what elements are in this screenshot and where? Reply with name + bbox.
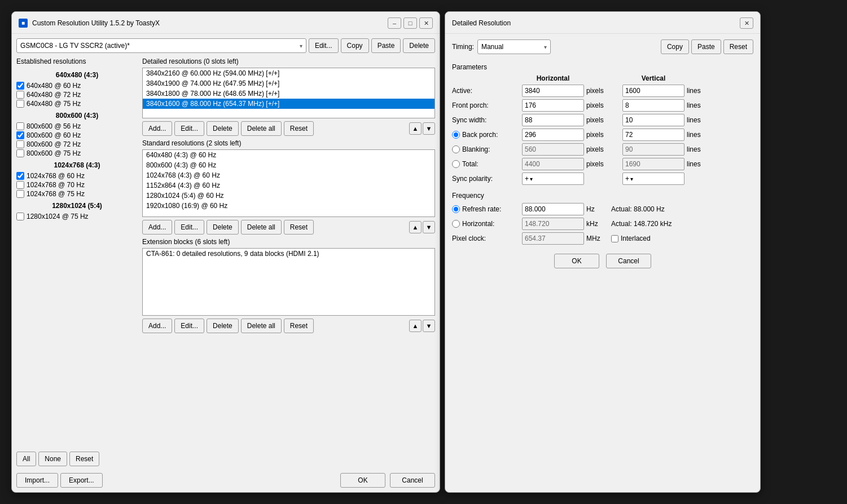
param-v-input[interactable]	[622, 85, 684, 97]
main-ok-button[interactable]: OK	[340, 473, 385, 488]
copy-button[interactable]: Copy	[341, 38, 369, 53]
none-button[interactable]: None	[38, 452, 67, 466]
main-cancel-button[interactable]: Cancel	[390, 473, 435, 488]
list-item[interactable]: 1920x1080 (16:9) @ 60 Hz	[143, 201, 435, 211]
standard-edit-button[interactable]: Edit...	[174, 220, 204, 235]
detail-cancel-button[interactable]: Cancel	[606, 254, 651, 268]
extension-add-button[interactable]: Add...	[142, 319, 172, 333]
close-button[interactable]: ✕	[419, 17, 433, 29]
detailed-edit-button[interactable]: Edit...	[174, 121, 204, 136]
established-item[interactable]: 1024x768 @ 70 Hz	[16, 180, 138, 189]
standard-delete-all-button[interactable]: Delete all	[241, 220, 282, 235]
standard-down-button[interactable]: ▼	[423, 221, 435, 233]
extension-edit-button[interactable]: Edit...	[174, 319, 204, 333]
all-button[interactable]: All	[16, 452, 36, 466]
established-checkbox[interactable]	[16, 149, 24, 157]
established-item[interactable]: 1024x768 @ 60 Hz	[16, 171, 138, 180]
extension-reset-button[interactable]: Reset	[284, 319, 314, 333]
established-item[interactable]: 800x600 @ 72 Hz	[16, 140, 138, 149]
list-item[interactable]: 1024x768 (4:3) @ 60 Hz	[143, 170, 435, 180]
timing-combo[interactable]: Manual ▾	[477, 39, 551, 54]
detailed-listbox[interactable]: 3840x2160 @ 60.000 Hz (594.00 MHz) [+/+]…	[142, 68, 435, 118]
standard-listbox[interactable]: 640x480 (4:3) @ 60 Hz800x600 (4:3) @ 60 …	[142, 149, 435, 217]
param-v-input[interactable]	[622, 129, 684, 141]
minimize-button[interactable]: –	[388, 17, 401, 29]
established-checkbox[interactable]	[16, 131, 24, 139]
export-button[interactable]: Export...	[60, 473, 103, 488]
established-checkbox[interactable]	[16, 122, 24, 130]
extension-down-button[interactable]: ▼	[423, 320, 435, 332]
standard-reset-button[interactable]: Reset	[284, 220, 314, 235]
established-checkbox[interactable]	[16, 190, 24, 198]
freq-radio-button[interactable]	[452, 220, 460, 228]
paste-button[interactable]: Paste	[371, 38, 401, 53]
detailed-up-button[interactable]: ▲	[409, 122, 422, 135]
detailed-add-button[interactable]: Add...	[142, 121, 172, 136]
freq-radio-button[interactable]	[452, 205, 460, 213]
param-h-input[interactable]	[522, 99, 584, 112]
list-item[interactable]: 3840x2160 @ 60.000 Hz (594.00 MHz) [+/+]	[143, 68, 435, 78]
param-v-input[interactable]	[622, 114, 684, 126]
detailed-down-button[interactable]: ▼	[423, 122, 435, 135]
monitor-combo[interactable]: GSMC0C8 - LG TV SSCR2 (active)* ▾	[16, 38, 306, 53]
freq-input[interactable]	[522, 203, 584, 215]
established-item[interactable]: 800x600 @ 56 Hz	[16, 122, 138, 131]
delete-button[interactable]: Delete	[403, 38, 435, 53]
detail-ok-button[interactable]: OK	[554, 254, 599, 268]
standard-up-button[interactable]: ▲	[409, 221, 422, 233]
established-item[interactable]: 800x600 @ 60 Hz	[16, 131, 138, 140]
list-item[interactable]: 3840x1800 @ 78.000 Hz (648.65 MHz) [+/+]	[143, 89, 435, 99]
established-checkbox[interactable]	[16, 213, 24, 220]
list-item[interactable]: 3840x1600 @ 88.000 Hz (654.37 MHz) [+/+]	[143, 99, 435, 109]
param-h-input[interactable]	[522, 114, 584, 126]
established-item[interactable]: 640x480 @ 60 Hz	[16, 81, 138, 90]
list-item[interactable]: CTA-861: 0 detailed resolutions, 9 data …	[143, 249, 435, 259]
param-h-input[interactable]	[522, 85, 584, 97]
param-radio-button[interactable]	[452, 160, 460, 168]
freq-unit: MHz	[586, 235, 609, 242]
list-item[interactable]: 1280x1024 (5:4) @ 60 Hz	[143, 191, 435, 201]
list-item[interactable]: 800x600 (4:3) @ 60 Hz	[143, 160, 435, 170]
detail-toolbar: Timing: Manual ▾ Copy Paste Reset	[452, 39, 753, 54]
standard-add-button[interactable]: Add...	[142, 220, 172, 235]
detail-paste-button[interactable]: Paste	[691, 39, 721, 54]
established-checkbox[interactable]	[16, 91, 24, 99]
established-item[interactable]: 1280x1024 @ 75 Hz	[16, 212, 138, 221]
standard-delete-button[interactable]: Delete	[207, 220, 239, 235]
established-item[interactable]: 640x480 @ 72 Hz	[16, 90, 138, 99]
param-radio-button[interactable]	[452, 145, 460, 153]
detail-reset-button[interactable]: Reset	[723, 39, 753, 54]
established-item-label: 800x600 @ 72 Hz	[27, 140, 81, 148]
sync-polarity-v-combo[interactable]: +▾	[622, 173, 684, 185]
param-v-input[interactable]	[622, 99, 684, 112]
param-v-unit: lines	[687, 87, 721, 95]
maximize-button[interactable]: □	[403, 17, 417, 29]
established-checkbox[interactable]	[16, 172, 24, 180]
sync-polarity-h-combo[interactable]: +▾	[522, 173, 584, 185]
established-checkbox[interactable]	[16, 82, 24, 90]
extension-delete-button[interactable]: Delete	[207, 319, 239, 333]
established-checkbox[interactable]	[16, 100, 24, 108]
import-button[interactable]: Import...	[16, 473, 58, 488]
interlaced-checkbox[interactable]	[611, 235, 618, 242]
detail-copy-button[interactable]: Copy	[661, 39, 689, 54]
edit-button[interactable]: Edit...	[309, 38, 339, 53]
detailed-delete-button[interactable]: Delete	[207, 121, 239, 136]
param-radio-button[interactable]	[452, 131, 460, 139]
established-checkbox[interactable]	[16, 140, 24, 148]
established-checkbox[interactable]	[16, 181, 24, 189]
reset-button[interactable]: Reset	[69, 452, 99, 466]
extension-delete-all-button[interactable]: Delete all	[241, 319, 282, 333]
established-item[interactable]: 640x480 @ 75 Hz	[16, 99, 138, 108]
list-item[interactable]: 640x480 (4:3) @ 60 Hz	[143, 150, 435, 160]
detailed-delete-all-button[interactable]: Delete all	[241, 121, 282, 136]
list-item[interactable]: 1152x864 (4:3) @ 60 Hz	[143, 180, 435, 191]
established-item[interactable]: 1024x768 @ 75 Hz	[16, 189, 138, 198]
extension-up-button[interactable]: ▲	[409, 320, 422, 332]
extension-listbox[interactable]: CTA-861: 0 detailed resolutions, 9 data …	[142, 248, 435, 316]
list-item[interactable]: 3840x1900 @ 74.000 Hz (647.95 MHz) [+/+]	[143, 78, 435, 89]
detailed-reset-button[interactable]: Reset	[284, 121, 314, 136]
established-item[interactable]: 800x600 @ 75 Hz	[16, 149, 138, 158]
param-h-input[interactable]	[522, 129, 584, 141]
detail-close-button[interactable]: ✕	[740, 17, 753, 29]
